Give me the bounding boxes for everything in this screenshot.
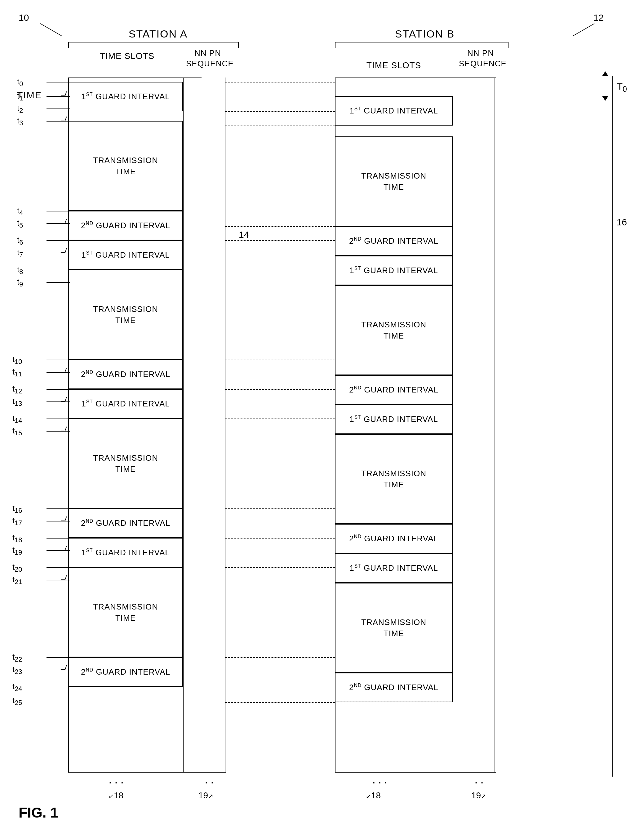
T0-arrow-down bbox=[602, 96, 608, 101]
station-b-label: STATION B bbox=[347, 28, 502, 40]
ref-14: 14 bbox=[239, 229, 249, 240]
t10-line bbox=[46, 360, 70, 360]
t12-line bbox=[46, 389, 70, 390]
guard-2nd-a4: 2ND GUARD INTERVAL bbox=[68, 657, 183, 687]
trans-time-a4: TRANSMISSIONTIME bbox=[68, 567, 183, 657]
t25-label: t25 bbox=[12, 696, 22, 707]
dashed-4 bbox=[225, 226, 335, 227]
t15-line bbox=[46, 431, 70, 432]
t1-label: t1 bbox=[17, 91, 23, 102]
t14-label: t14 bbox=[12, 414, 22, 425]
dots-b-slots: ··· bbox=[372, 775, 390, 789]
ref-19b: 19↗ bbox=[471, 790, 486, 800]
dashed-7 bbox=[225, 360, 335, 360]
diagram: 10 12 TIME STATION A STATION B TIME SLOT… bbox=[0, 0, 644, 838]
guard-2nd-a2: 2ND GUARD INTERVAL bbox=[68, 360, 183, 389]
t14-line bbox=[46, 419, 70, 419]
t9-label: t9 bbox=[17, 277, 23, 288]
t7-line bbox=[46, 253, 70, 253]
t19-line bbox=[46, 550, 70, 551]
t2-label: t2 bbox=[17, 104, 23, 115]
t9-line bbox=[46, 282, 70, 283]
guard-1st-a3: 1ST GUARD INTERVAL bbox=[68, 389, 183, 419]
t24-line bbox=[46, 687, 70, 687]
nn-pn-seq-a-header: NN PNSEQUENCE bbox=[186, 48, 230, 69]
right-border-line bbox=[612, 76, 613, 777]
guard-1st-a2: 1ST GUARD INTERVAL bbox=[68, 240, 183, 270]
t15-label: t15 bbox=[12, 426, 22, 437]
guard-1st-a1: 1ST GUARD INTERVAL bbox=[68, 82, 183, 111]
t8-label: t8 bbox=[17, 265, 23, 276]
guard-2nd-b2: 2ND GUARD INTERVAL bbox=[335, 375, 453, 404]
t7-label: t7 bbox=[17, 248, 23, 259]
dashed-8 bbox=[225, 389, 335, 390]
dots-a-slots: ··· bbox=[108, 775, 126, 789]
guard-1st-b2: 1ST GUARD INTERVAL bbox=[335, 256, 453, 285]
t20-label: t20 bbox=[12, 562, 22, 573]
trans-time-b3: TRANSMISSIONTIME bbox=[335, 434, 453, 524]
t5-line bbox=[46, 223, 70, 224]
ref-18a: ↙18 bbox=[108, 790, 123, 800]
ref-18b: ↙18 bbox=[366, 790, 381, 800]
t3-line bbox=[46, 121, 70, 122]
t6-label: t6 bbox=[17, 235, 23, 246]
guard-2nd-a3: 2ND GUARD INTERVAL bbox=[68, 508, 183, 538]
time-slots-b-header: TIME SLOTS bbox=[338, 61, 450, 71]
dots-b-nnpn: ·· bbox=[475, 775, 486, 789]
nn-pn-seq-b-header: NN PNSEQUENCE bbox=[459, 48, 502, 69]
t6-line bbox=[46, 240, 70, 241]
dashed-5 bbox=[225, 240, 335, 241]
trans-time-b2: TRANSMISSIONTIME bbox=[335, 285, 453, 375]
ref-10: 10 bbox=[19, 12, 29, 23]
guard-2nd-b3: 2ND GUARD INTERVAL bbox=[335, 524, 453, 554]
t5-label: t5 bbox=[17, 218, 23, 229]
dashed-12 bbox=[225, 567, 335, 568]
trans-time-a2: TRANSMISSIONTIME bbox=[68, 270, 183, 360]
t8-line bbox=[46, 270, 70, 270]
t17-label: t17 bbox=[12, 516, 22, 527]
t18-label: t18 bbox=[12, 533, 22, 544]
dashed-14 bbox=[225, 702, 335, 703]
t0-label: t0 bbox=[17, 77, 23, 88]
t1-line bbox=[46, 96, 70, 97]
ref-12: 12 bbox=[593, 12, 604, 23]
t21-label: t21 bbox=[12, 575, 22, 586]
t11-label: t11 bbox=[12, 367, 22, 378]
t0-line bbox=[46, 82, 70, 82]
t19-label: t19 bbox=[12, 546, 22, 557]
ref-16: 16 bbox=[617, 217, 627, 228]
t21-line bbox=[46, 580, 70, 580]
t16-label: t16 bbox=[12, 503, 22, 514]
guard-2nd-b1: 2ND GUARD INTERVAL bbox=[335, 226, 453, 256]
t18-line bbox=[46, 538, 70, 539]
t24-label: t24 bbox=[12, 682, 22, 693]
fig-caption: FIG. 1 bbox=[19, 804, 58, 821]
dashed-10 bbox=[225, 508, 335, 509]
b-top-dashed bbox=[335, 77, 496, 78]
t12-label: t12 bbox=[12, 384, 22, 395]
t10-label: t10 bbox=[12, 355, 22, 366]
dashed-6 bbox=[225, 270, 335, 270]
trans-time-a3: TRANSMISSIONTIME bbox=[68, 419, 183, 508]
t22-line bbox=[46, 657, 70, 658]
dashed-3 bbox=[225, 126, 335, 126]
time-slots-a-header: TIME SLOTS bbox=[71, 51, 183, 61]
t23-line bbox=[46, 670, 70, 670]
t11-line bbox=[46, 372, 70, 373]
guard-1st-b3: 1ST GUARD INTERVAL bbox=[335, 404, 453, 434]
guard-1st-b1: 1ST GUARD INTERVAL bbox=[335, 96, 453, 126]
t22-label: t22 bbox=[12, 652, 22, 664]
t4-line bbox=[46, 211, 70, 212]
t4-label: t4 bbox=[17, 206, 23, 217]
dots-a-nnpn: ·· bbox=[205, 775, 217, 789]
T0-label: T0 bbox=[617, 81, 627, 94]
t20-line bbox=[46, 567, 70, 568]
dashed-1 bbox=[225, 82, 335, 82]
t25-dashed-line bbox=[46, 701, 543, 701]
t17-line bbox=[46, 521, 70, 521]
t3-label: t3 bbox=[17, 116, 23, 127]
dashed-2 bbox=[225, 111, 335, 112]
trans-time-b1: TRANSMISSIONTIME bbox=[335, 136, 453, 226]
t13-label: t13 bbox=[12, 396, 22, 407]
dashed-13 bbox=[225, 657, 335, 658]
